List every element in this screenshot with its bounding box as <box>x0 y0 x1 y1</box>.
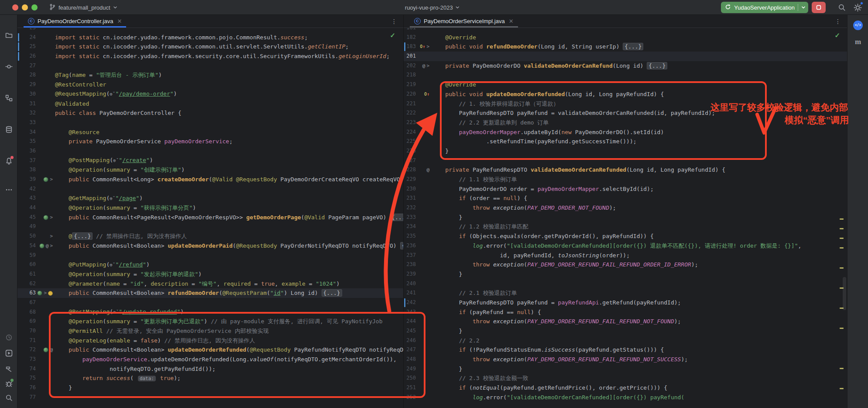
line-number[interactable]: 26 <box>17 52 36 61</box>
line-number[interactable]: 233 <box>404 213 416 222</box>
code-line[interactable]: 245 } <box>404 326 847 336</box>
line-number[interactable]: 75 <box>17 373 36 383</box>
problems-bug-icon[interactable] <box>3 378 14 389</box>
line-number[interactable]: 229 <box>404 175 416 184</box>
line-number[interactable]: 219 <box>404 80 416 90</box>
code-text[interactable]: private PayRefundRespDTO validateDemoOrd… <box>432 165 847 175</box>
code-text[interactable]: @PostMapping(⊕ˇ"/create") <box>55 156 403 166</box>
stripe-warning-mark[interactable] <box>840 247 844 249</box>
code-text[interactable]: public void updateDemoOrderRefunded(Long… <box>432 90 847 99</box>
line-number[interactable]: 201 <box>404 52 416 61</box>
code-text[interactable]: public void refundDemoOrder(Long id, Str… <box>432 42 847 52</box>
code-line[interactable]: 240 <box>404 279 847 289</box>
line-number[interactable]: 49 <box>17 222 36 232</box>
code-text[interactable]: // 2.3 校验退款金额一致 <box>432 373 847 383</box>
code-line[interactable]: 201 <box>404 52 847 61</box>
annotation-gutter-icon[interactable]: @ <box>426 167 429 173</box>
code-text[interactable]: // 2.2 更新退款单到 demo 订单 <box>432 118 847 128</box>
code-line[interactable]: 27 <box>17 61 403 71</box>
line-number[interactable]: 34 <box>17 128 36 137</box>
stripe-warning-mark[interactable] <box>840 218 844 220</box>
search-everywhere-icon[interactable] <box>837 3 847 12</box>
structure-icon[interactable] <box>3 93 14 103</box>
line-number[interactable]: 35 <box>17 137 36 146</box>
stripe-warning-mark[interactable] <box>840 388 844 389</box>
line-number[interactable]: 247 <box>404 345 416 355</box>
line-number[interactable]: 202 <box>404 61 416 71</box>
code-editor-left[interactable]: 2324import static cn.iocoder.yudao.frame… <box>17 28 403 408</box>
code-text[interactable]: public CommonResult<PageResult<PayDemoOr… <box>55 213 403 222</box>
line-number[interactable]: 39 <box>17 175 36 184</box>
git-branch-widget[interactable]: feature/mall_product <box>45 2 121 13</box>
code-line[interactable]: 183O↑> public void refundDemoOrder(Long … <box>404 42 847 52</box>
code-line[interactable]: 49 <box>17 222 403 232</box>
line-number[interactable]: 227 <box>404 156 416 166</box>
code-line[interactable]: 35 private PayDemoOrderService payDemoOr… <box>17 137 403 146</box>
database-icon[interactable] <box>3 124 14 135</box>
line-number[interactable]: 67 <box>17 298 36 308</box>
code-line[interactable]: 252 log.error("[validateDemoOrderCanRefu… <box>404 393 847 402</box>
line-number[interactable]: 242 <box>404 298 416 308</box>
code-line[interactable]: 39> public CommonResult<Long> createDemo… <box>17 175 403 184</box>
line-number[interactable]: 232 <box>404 203 416 213</box>
code-text[interactable]: throw exception(PAY_DEMO_ORDER_REFUND_FA… <box>432 260 847 270</box>
code-line[interactable]: 233 } <box>404 213 847 222</box>
tab-paydemoorderserviceimpl[interactable]: C PayDemoOrderServiceImpl.java ✕ <box>410 15 518 28</box>
code-text[interactable]: // 2.1 校验退款订单 <box>432 288 847 298</box>
line-number[interactable]: 45 <box>17 213 36 222</box>
code-text[interactable]: notifyReqDTO.getPayRefundId()); <box>55 364 403 374</box>
line-number[interactable]: 30 <box>17 90 36 99</box>
code-text[interactable]: id, payRefundId, toJsonString(order)); <box>432 251 847 260</box>
rest-endpoint-icon[interactable] <box>43 177 48 182</box>
code-text[interactable]: @RestController <box>55 80 403 90</box>
code-line[interactable]: 77 <box>17 393 403 402</box>
line-number[interactable]: 54 <box>17 241 36 251</box>
line-number[interactable]: 44 <box>17 203 36 213</box>
line-number[interactable]: 224 <box>404 128 416 137</box>
code-text[interactable]: throw exception(PAY_DEMO_ORDER_REFUND_FA… <box>432 317 847 326</box>
code-text[interactable]: @Parameter(name = "id", description = "编… <box>55 279 403 289</box>
code-line[interactable]: 67 <box>17 298 403 308</box>
line-number[interactable]: 73 <box>17 355 36 364</box>
code-text[interactable]: public CommonResult<Long> createDemoOrde… <box>55 175 403 184</box>
line-number[interactable]: 236 <box>404 241 416 251</box>
tab-paydemoordercontroller[interactable]: C PayDemoOrderController.java ✕ <box>24 15 126 28</box>
line-number[interactable]: 221 <box>404 99 416 109</box>
code-text[interactable]: // 1. 校验并获得退款订单（可退款） <box>432 99 847 109</box>
code-text[interactable]: @Operation(summary = "创建示例订单") <box>55 165 403 175</box>
code-line[interactable]: 31@Validated <box>17 99 403 109</box>
code-text[interactable]: import static cn.iocoder.yudao.framework… <box>55 33 403 42</box>
inspections-ok-icon[interactable]: ✓ <box>390 31 395 39</box>
inspections-ok-icon[interactable]: ✓ <box>834 31 840 39</box>
code-text[interactable]: @Resource <box>55 128 403 137</box>
code-line[interactable]: 63> public CommonResult<Boolean> refundD… <box>17 288 403 298</box>
code-text[interactable]: PayRefundRespDTO payRefund = payRefundAp… <box>432 298 847 308</box>
code-line[interactable]: 241 // 2.1 校验退款订单 <box>404 288 847 298</box>
code-line[interactable]: 250 // 2.3 校验退款金额一致 <box>404 373 847 383</box>
code-line[interactable]: 60 @PutMapping(⊕ˇ"/refund") <box>17 260 403 270</box>
code-text[interactable]: @Operation(summary = "获得示例订单分页") <box>55 203 403 213</box>
code-line[interactable]: 237 id, payRefundId, toJsonString(order)… <box>404 251 847 260</box>
code-line[interactable]: 218 <box>404 70 847 80</box>
code-line[interactable]: 248 throw exception(PAY_DEMO_ORDER_REFUN… <box>404 355 847 364</box>
code-text[interactable]: PayRefundRespDTO payRefund = validateDem… <box>432 108 847 118</box>
override-method-icon[interactable]: O↑ <box>424 92 429 97</box>
maven-icon[interactable]: m <box>853 37 863 47</box>
code-line[interactable]: 32public class PayDemoOrderController { <box>17 108 403 118</box>
code-line[interactable]: 29@RestController <box>17 80 403 90</box>
line-number[interactable]: 238 <box>404 260 416 270</box>
line-number[interactable]: 59 <box>17 251 36 260</box>
code-text[interactable]: if (notEqual(payRefund.getRefundPrice(),… <box>432 383 847 393</box>
code-text[interactable]: throw exception(PAY_DEMO_ORDER_NOT_FOUND… <box>432 203 847 213</box>
code-line[interactable]: 26import static cn.iocoder.yudao.framewo… <box>17 52 403 61</box>
code-text[interactable]: @Validated <box>55 99 403 109</box>
code-text[interactable]: return success( data: true); <box>55 373 403 384</box>
code-text[interactable]: if (Objects.equals(order.getPayOrderId()… <box>432 232 847 241</box>
code-text[interactable]: @Override <box>432 33 847 42</box>
line-number[interactable]: 29 <box>17 80 36 90</box>
line-number[interactable]: 225 <box>404 137 416 146</box>
line-number[interactable]: 43 <box>17 194 36 203</box>
line-number[interactable]: 220 <box>404 90 416 99</box>
code-line[interactable]: 236 log.error("[validateDemoOrderCanRefu… <box>404 241 847 251</box>
line-number[interactable]: 182 <box>404 33 416 42</box>
